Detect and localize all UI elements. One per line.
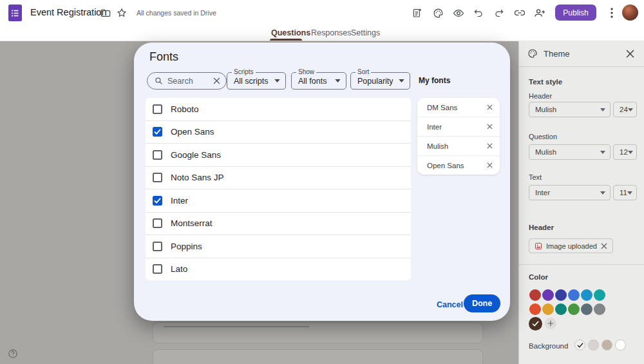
font-list: Roboto Open Sans Google Sans Noto Sans J…	[146, 98, 411, 280]
dimmed-form-card	[153, 349, 483, 364]
color-swatch[interactable]	[555, 289, 567, 301]
background-swatch[interactable]	[588, 340, 599, 350]
font-name: Noto Sans JP	[171, 173, 224, 182]
dimmed-form-card	[153, 322, 483, 343]
remove-font-icon[interactable]	[487, 104, 493, 110]
done-button[interactable]: Done	[464, 294, 500, 312]
tab-responses[interactable]: Responses	[311, 28, 352, 37]
background-swatch-selected[interactable]	[574, 340, 585, 350]
import-questions-icon[interactable]	[412, 7, 423, 19]
font-name: Open Sans	[171, 127, 214, 137]
color-swatch[interactable]	[542, 289, 554, 301]
my-font-name: Mulish	[427, 142, 487, 150]
remove-font-icon[interactable]	[487, 162, 493, 168]
top-bar: Event Registration All changes saved in …	[0, 0, 644, 26]
question-size-dropdown[interactable]: 12	[613, 144, 637, 160]
font-row[interactable]: Inter	[146, 189, 411, 212]
font-row[interactable]: Lato	[146, 258, 411, 281]
font-checkbox[interactable]	[153, 264, 162, 274]
font-checkbox[interactable]	[153, 127, 162, 137]
color-swatch[interactable]	[529, 303, 541, 315]
remove-image-icon[interactable]	[601, 243, 607, 249]
color-swatch[interactable]	[568, 303, 580, 315]
color-swatch[interactable]	[542, 303, 554, 315]
text-style-label: Text	[529, 173, 542, 181]
font-row[interactable]: Poppins	[146, 235, 411, 258]
color-swatch[interactable]	[581, 289, 592, 301]
theme-palette-icon[interactable]	[432, 7, 444, 19]
font-name: Lato	[171, 264, 187, 274]
publish-button[interactable]: Publish	[555, 5, 596, 21]
font-search[interactable]	[147, 72, 227, 90]
account-avatar[interactable]	[622, 5, 638, 21]
document-title[interactable]: Event Registration	[30, 7, 106, 17]
font-row[interactable]: Montserrat	[146, 212, 411, 235]
background-swatch[interactable]	[615, 340, 626, 350]
color-swatch[interactable]	[581, 303, 592, 315]
theme-panel: Theme Text style Header Mulish 24 Questi…	[518, 41, 644, 364]
chevron-down-icon	[600, 108, 605, 111]
tab-questions[interactable]: Questions	[271, 28, 310, 37]
text-size-value: 11	[620, 189, 627, 196]
filter-value: All scripts	[234, 77, 274, 86]
show-filter-dropdown[interactable]: Show All fonts	[291, 72, 346, 90]
clear-search-icon[interactable]	[213, 77, 220, 84]
question-size-value: 12	[620, 148, 628, 156]
search-input[interactable]	[167, 77, 209, 86]
copy-link-icon[interactable]	[514, 7, 526, 19]
text-size-dropdown[interactable]: 11	[613, 185, 637, 200]
add-collaborators-icon[interactable]	[534, 7, 545, 19]
more-options-icon[interactable]	[606, 7, 618, 19]
font-row[interactable]: Noto Sans JP	[146, 166, 411, 189]
undo-icon[interactable]	[473, 7, 484, 19]
chevron-down-icon	[399, 79, 404, 82]
color-swatch[interactable]	[594, 303, 605, 315]
background-swatch[interactable]	[601, 340, 612, 350]
fonts-dialog: Fonts Scripts All scripts Show All fonts…	[134, 43, 510, 321]
question-font-dropdown[interactable]: Mulish	[529, 144, 611, 160]
font-row[interactable]: Google Sans	[146, 143, 411, 166]
my-font-name: DM Sans	[427, 104, 487, 111]
my-font-item: DM Sans	[417, 98, 500, 117]
cancel-button[interactable]: Cancel	[431, 298, 468, 312]
header-image-chip[interactable]: Image uploaded	[529, 238, 613, 253]
my-font-item: Open Sans	[417, 155, 500, 175]
star-icon[interactable]	[116, 7, 128, 19]
color-swatch[interactable]	[594, 289, 605, 301]
chevron-down-icon	[600, 191, 605, 195]
font-checkbox[interactable]	[153, 196, 162, 206]
palette-icon	[527, 48, 538, 61]
remove-font-icon[interactable]	[487, 143, 493, 149]
redo-icon[interactable]	[493, 7, 505, 19]
font-checkbox[interactable]	[153, 104, 162, 114]
move-folder-icon[interactable]	[100, 7, 111, 19]
my-font-name: Open Sans	[427, 162, 487, 169]
header-size-dropdown[interactable]: 24	[613, 102, 637, 117]
preview-eye-icon[interactable]	[453, 7, 464, 19]
question-font-value: Mulish	[535, 148, 600, 156]
chevron-down-icon	[600, 151, 605, 154]
font-row[interactable]: Open Sans	[146, 120, 411, 144]
close-icon[interactable]	[626, 50, 634, 58]
font-checkbox[interactable]	[153, 150, 162, 160]
font-checkbox[interactable]	[153, 173, 162, 182]
header-font-dropdown[interactable]: Mulish	[529, 102, 611, 117]
selected-color-swatch[interactable]	[529, 317, 542, 330]
forms-logo-icon[interactable]	[8, 5, 22, 24]
filter-label: Sort	[355, 68, 371, 76]
scripts-filter-dropdown[interactable]: Scripts All scripts	[227, 72, 286, 90]
chip-label: Image uploaded	[546, 242, 597, 250]
font-checkbox[interactable]	[153, 242, 162, 251]
color-swatch[interactable]	[529, 289, 541, 301]
help-icon[interactable]	[8, 349, 18, 359]
color-swatch[interactable]	[555, 303, 567, 315]
text-font-dropdown[interactable]: Inter	[529, 185, 611, 200]
tab-settings[interactable]: Settings	[351, 28, 380, 37]
add-custom-color-button[interactable]	[545, 318, 556, 329]
color-swatch[interactable]	[568, 289, 580, 301]
sort-filter-dropdown[interactable]: Sort Popularity	[350, 72, 410, 90]
text-style-heading: Text style	[529, 78, 562, 86]
font-checkbox[interactable]	[153, 218, 162, 228]
remove-font-icon[interactable]	[487, 124, 493, 129]
font-row[interactable]: Roboto	[146, 98, 411, 120]
